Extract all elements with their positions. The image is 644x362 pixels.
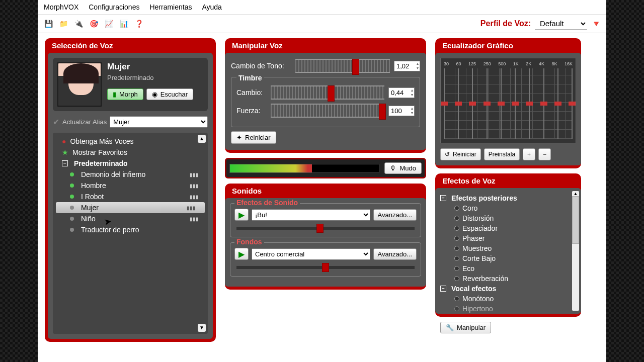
eq-band-labels: 30601252505001K2K4K8K16K — [444, 61, 573, 66]
shift-value[interactable]: 0,44 — [388, 87, 415, 98]
menu-morphvox[interactable]: MorphVOX — [44, 3, 78, 11]
toolbar-btn-1[interactable]: 💾 — [43, 18, 54, 29]
sfx-volume-slider[interactable] — [236, 227, 415, 230]
fx-espaciador[interactable]: Espaciador — [440, 223, 576, 233]
alias-label: Actualizar Alias — [62, 118, 107, 126]
voice-item-nino[interactable]: Niño▮▮▮ — [53, 213, 208, 224]
sfx-play-button[interactable]: ▶ — [234, 209, 249, 221]
sfx-advanced-button[interactable]: Avanzado... — [373, 209, 417, 221]
signal-icon: ▮▮▮ — [190, 172, 199, 177]
fx-scrollbar[interactable]: ▲ — [572, 191, 579, 311]
toolbar-btn-6[interactable]: 📊 — [118, 18, 129, 29]
voice-effects-panel: Efectos de Voz ▲ −Efectos posteriores Co… — [435, 173, 581, 317]
eq-sliders[interactable] — [444, 68, 573, 139]
manip-reset-button[interactable]: ✦Reiniciar — [231, 131, 276, 144]
voice-item-dog[interactable]: Traductor de perro — [53, 224, 208, 235]
signal-icon: ▮▮▮ — [190, 194, 199, 200]
morph-button[interactable]: ▮Morph — [107, 88, 143, 100]
voice-profile-label: Perfil de Voz: — [480, 19, 531, 28]
signal-icon: ▮▮▮ — [190, 216, 199, 222]
wrench-icon: 🔧 — [446, 324, 454, 331]
eq-minus-button[interactable]: − — [538, 148, 551, 160]
toolbar: 💾 📁 🔌 🎯 📈 📊 ❓ Perfil de Voz: Default 🔻 — [38, 15, 606, 33]
get-more-voices-link[interactable]: ●Obtenga Más Voces — [53, 136, 208, 147]
bg-play-button[interactable]: ▶ — [234, 248, 249, 260]
alias-check-icon[interactable]: ✔ — [53, 117, 59, 127]
mic-icon: 🎙 — [390, 164, 396, 172]
fx-eco[interactable]: Eco — [440, 263, 576, 274]
level-meter-panel: 🎙Mudo — [225, 158, 426, 178]
signal-icon: ▮▮▮ — [187, 205, 196, 211]
fx-category-post[interactable]: −Efectos posteriores — [440, 193, 576, 203]
timbre-title: Timbre — [236, 74, 264, 82]
fx-manipulate-button[interactable]: 🔧Manipular — [440, 322, 491, 333]
equalizer-title: Ecualizador Gráfico — [435, 38, 581, 53]
equalizer-panel: Ecualizador Gráfico 30601252505001K2K4K8… — [435, 38, 581, 168]
voice-selection-panel: Selección de Voz Mujer Predeterminado ▮M… — [45, 38, 216, 342]
strength-slider[interactable] — [271, 104, 384, 118]
pitch-slider[interactable] — [295, 59, 390, 73]
voice-effects-title: Efectos de Voz — [435, 173, 581, 188]
fx-muestreo[interactable]: Muestreo — [440, 243, 576, 253]
shift-label: Cambio: — [236, 88, 267, 97]
voice-name: Mujer — [107, 62, 204, 72]
fx-coro[interactable]: Coro — [440, 203, 576, 213]
eq-reset-button[interactable]: ↺Reiniciar — [440, 148, 481, 160]
toolbar-btn-7[interactable]: ❓ — [133, 18, 144, 29]
toolbar-btn-5[interactable]: 📈 — [103, 18, 114, 29]
manipulate-voice-panel: Manipular Voz Cambio de Tono: 1,02 Timbr… — [225, 38, 426, 153]
fx-phaser[interactable]: Phaser — [440, 233, 576, 243]
voice-list-scroll-up[interactable]: ▲ — [198, 135, 206, 143]
voice-profile-select[interactable]: Default — [535, 18, 587, 30]
voice-item-demon[interactable]: Demonio del infierno▮▮▮ — [53, 169, 208, 180]
voice-item-irobot[interactable]: I Robot▮▮▮ — [53, 191, 208, 202]
fx-category-vocal[interactable]: −Vocal efectos — [440, 284, 576, 294]
voice-selection-title: Selección de Voz — [45, 38, 216, 53]
bg-select[interactable]: Centro comercial — [252, 248, 370, 260]
sounds-panel: Sonidos Efectos de Sonido ▶ ¡Bu! Avanzad… — [225, 184, 426, 290]
eq-plus-button[interactable]: + — [523, 148, 535, 160]
bg-legend: Fondos — [234, 238, 264, 246]
menu-help[interactable]: Ayuda — [202, 3, 221, 11]
eq-preset-button[interactable]: Preinstala — [484, 148, 520, 160]
bg-advanced-button[interactable]: Avanzado... — [373, 248, 417, 260]
manipulate-title: Manipular Voz — [225, 38, 426, 53]
strength-label: Fuerza: — [236, 107, 267, 115]
mute-button[interactable]: 🎙Mudo — [384, 162, 422, 174]
show-favorites-link[interactable]: ★Mostrar Favoritos — [53, 147, 208, 158]
pitch-label: Cambio de Tono: — [231, 62, 291, 70]
shift-slider[interactable] — [271, 85, 384, 100]
voice-avatar — [57, 62, 102, 107]
fx-reverb[interactable]: Reverberación — [440, 274, 576, 284]
fx-hipertono[interactable]: Hipertono — [440, 304, 576, 314]
signal-icon: ▮▮▮ — [190, 183, 199, 189]
voice-category[interactable]: −Predeterminado — [53, 158, 208, 169]
menu-tools[interactable]: Herramientas — [149, 3, 192, 11]
voice-item-mujer[interactable]: Mujer▮▮▮ — [56, 202, 205, 213]
level-meter — [229, 164, 379, 173]
voice-list-scroll-down[interactable]: ▼ — [198, 324, 206, 332]
toolbar-btn-2[interactable]: 📁 — [58, 18, 69, 29]
voice-list: ▲ ▼ ●Obtenga Más Voces ★Mostrar Favorito… — [53, 133, 208, 334]
pitch-value[interactable]: 1,02 — [394, 61, 420, 71]
sfx-select[interactable]: ¡Bu! — [252, 209, 370, 221]
profile-filter-icon[interactable]: 🔻 — [591, 19, 601, 29]
strength-value[interactable]: 100 — [388, 106, 415, 116]
fx-distortion[interactable]: Distorsión — [440, 213, 576, 223]
sounds-title: Sonidos — [225, 184, 426, 198]
fx-cortebajo[interactable]: Corte Bajo — [440, 253, 576, 263]
listen-button[interactable]: ◉Escuchar — [146, 88, 193, 100]
toolbar-btn-4[interactable]: 🎯 — [88, 18, 99, 29]
fx-monotono[interactable]: Monótono — [440, 294, 576, 304]
toolbar-btn-3[interactable]: 🔌 — [73, 18, 84, 29]
alias-select[interactable]: Mujer — [110, 116, 208, 128]
sfx-legend: Efectos de Sonido — [234, 199, 300, 207]
bg-volume-slider[interactable] — [236, 266, 415, 269]
menubar: MorphVOX Configuraciones Herramientas Ay… — [38, 0, 606, 15]
voice-subtitle: Predeterminado — [107, 74, 204, 81]
voice-item-hombre[interactable]: Hombre▮▮▮ — [53, 180, 208, 191]
menu-config[interactable]: Configuraciones — [89, 3, 139, 11]
